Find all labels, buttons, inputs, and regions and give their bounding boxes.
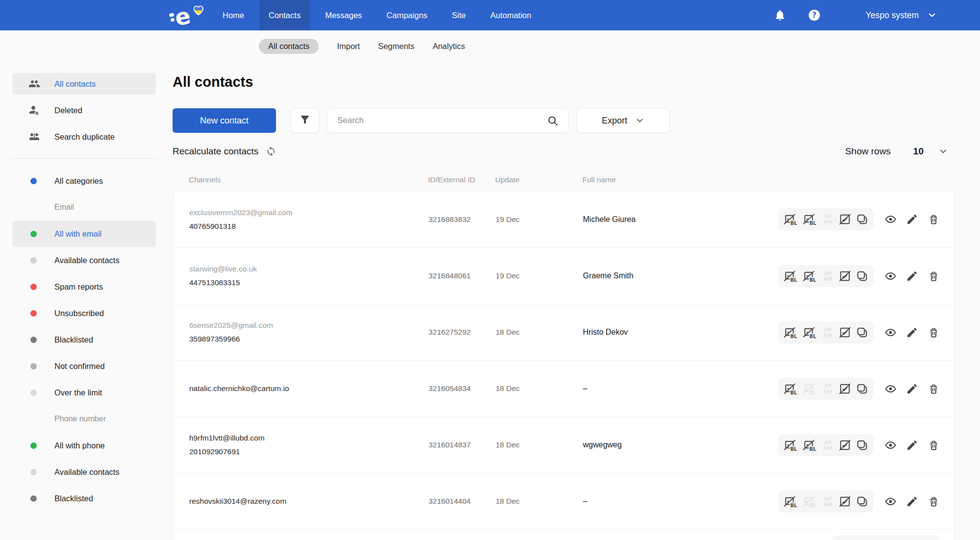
sidebar-category[interactable]: Available contacts <box>12 247 156 273</box>
spam-icon[interactable]: SPAM <box>821 270 834 283</box>
filter-button[interactable] <box>291 108 319 133</box>
delete-icon[interactable] <box>928 495 940 508</box>
sidebar-category[interactable]: All with phone <box>12 432 156 459</box>
account-menu[interactable]: Yespo system <box>866 10 937 21</box>
blacklist-phone-icon[interactable]: BL <box>802 439 817 452</box>
sidebar-category[interactable]: Not confirmed <box>12 353 156 379</box>
status-actions-group <box>832 536 938 540</box>
unsubscribe-icon[interactable] <box>838 326 852 339</box>
help-icon[interactable]: ? <box>808 9 821 22</box>
edit-icon[interactable] <box>906 270 918 282</box>
blacklist-email-icon[interactable]: BL <box>783 439 798 452</box>
category-label: Over the limit <box>54 388 102 397</box>
tab-analytics[interactable]: Analytics <box>432 42 465 51</box>
show-rows-control[interactable]: Show rows 10 <box>845 146 948 157</box>
blacklist-email-icon[interactable]: BL <box>783 382 798 395</box>
copy-icon[interactable] <box>855 382 869 395</box>
view-icon[interactable] <box>884 270 897 282</box>
unsubscribe-icon[interactable] <box>838 439 852 452</box>
nav-item-campaigns[interactable]: Campaigns <box>377 0 436 30</box>
unsubscribe-icon[interactable] <box>838 270 852 283</box>
tab-segments[interactable]: Segments <box>378 42 414 51</box>
nav-item-site[interactable]: Site <box>443 0 475 30</box>
delete-icon[interactable] <box>928 326 940 339</box>
sidebar-item-all-contacts[interactable]: All contacts <box>12 73 156 95</box>
delete-icon[interactable] <box>928 270 940 282</box>
category-section-header: Phone number <box>12 406 156 432</box>
view-icon[interactable] <box>884 439 897 451</box>
nav-item-contacts[interactable]: Contacts <box>259 0 310 30</box>
blacklist-phone-icon[interactable]: BL <box>802 495 817 508</box>
blacklist-email-icon[interactable]: BL <box>783 270 798 283</box>
spam-icon[interactable]: SPAM <box>821 382 834 395</box>
yespo-logo-icon[interactable]: e <box>168 2 206 28</box>
tab-all-contacts[interactable]: All contacts <box>259 39 319 54</box>
copy-icon[interactable] <box>855 326 869 339</box>
view-icon[interactable] <box>884 495 897 508</box>
search-box <box>327 108 569 133</box>
copy-icon[interactable] <box>855 213 869 226</box>
nav-item-home[interactable]: Home <box>213 0 253 30</box>
sidebar-item-deleted[interactable]: Deleted <box>12 99 156 121</box>
sidebar: All contacts Deleted Search duplicate Al… <box>0 63 173 540</box>
unsubscribe-icon[interactable] <box>838 382 852 395</box>
search-icon[interactable] <box>547 115 558 126</box>
contact-phone: 359897359966 <box>189 332 428 346</box>
blacklist-email-icon[interactable]: BL <box>783 495 798 508</box>
status-actions-group: BL BL SPAM <box>778 321 874 344</box>
spam-icon[interactable]: SPAM <box>821 213 834 226</box>
copy-icon[interactable] <box>855 439 869 452</box>
contact-email: 6sense2025@gmail.com <box>189 319 428 332</box>
sidebar-category[interactable]: Unsubscribed <box>12 300 156 326</box>
sidebar-item-search-duplicate[interactable]: Search duplicate <box>12 126 156 147</box>
svg-text:BL: BL <box>809 446 817 452</box>
copy-icon[interactable] <box>855 270 869 283</box>
category-label: Available contacts <box>54 467 120 477</box>
edit-icon[interactable] <box>906 495 918 508</box>
delete-icon[interactable] <box>928 383 940 395</box>
blacklist-email-icon[interactable]: BL <box>783 213 798 226</box>
edit-icon[interactable] <box>906 213 918 225</box>
search-input[interactable] <box>337 116 547 125</box>
export-button[interactable]: Export <box>577 108 670 133</box>
table-row: starwing@live.co.uk 447513083315 3216848… <box>173 247 955 304</box>
blacklist-phone-icon[interactable]: BL <box>802 270 817 283</box>
sidebar-category[interactable]: Available contacts <box>12 459 156 485</box>
sidebar-category[interactable]: All with email <box>12 221 156 247</box>
delete-icon[interactable] <box>928 439 940 451</box>
blacklist-phone-icon[interactable]: BL <box>802 213 817 226</box>
sidebar-category[interactable]: Spam reports <box>12 273 156 300</box>
row-actions: BL BL SPAM <box>777 378 940 400</box>
nav-item-messages[interactable]: Messages <box>316 0 371 30</box>
edit-icon[interactable] <box>906 326 918 339</box>
sidebar-category[interactable]: Blacklisted <box>12 326 156 353</box>
nav-item-automation[interactable]: Automation <box>481 0 540 30</box>
copy-icon[interactable] <box>855 495 869 508</box>
unsubscribe-icon[interactable] <box>838 213 852 226</box>
sidebar-category[interactable]: Over the limit <box>12 379 156 406</box>
notifications-bell-icon[interactable] <box>774 9 786 22</box>
category-color-dot <box>30 310 37 317</box>
edit-icon[interactable] <box>906 439 918 451</box>
cell-channels: reshovskii3014@razeny.com <box>189 494 428 508</box>
cell-update: 18 Dec <box>496 441 583 449</box>
blacklist-email-icon[interactable]: BL <box>783 326 798 339</box>
sidebar-category[interactable]: Blacklisted <box>12 485 156 512</box>
unsubscribe-icon[interactable] <box>838 495 852 508</box>
edit-icon[interactable] <box>906 383 918 395</box>
delete-icon[interactable] <box>928 213 940 225</box>
view-icon[interactable] <box>884 383 897 395</box>
recalculate-contacts-button[interactable]: Recalculate contacts <box>173 146 276 157</box>
category-label: Blacklisted <box>54 335 93 344</box>
view-icon[interactable] <box>884 326 897 339</box>
blacklist-phone-icon[interactable]: BL <box>802 326 817 339</box>
spam-icon[interactable]: SPAM <box>821 495 834 508</box>
sidebar-category[interactable]: All categories <box>12 168 156 194</box>
spam-icon[interactable]: SPAM <box>821 326 834 339</box>
blacklist-phone-icon[interactable]: BL <box>802 382 817 395</box>
tab-import[interactable]: Import <box>337 42 360 51</box>
spam-icon[interactable]: SPAM <box>821 439 834 452</box>
new-contact-button[interactable]: New contact <box>173 108 276 133</box>
cell-channels: starwing@live.co.uk 447513083315 <box>189 262 428 290</box>
view-icon[interactable] <box>884 213 897 225</box>
